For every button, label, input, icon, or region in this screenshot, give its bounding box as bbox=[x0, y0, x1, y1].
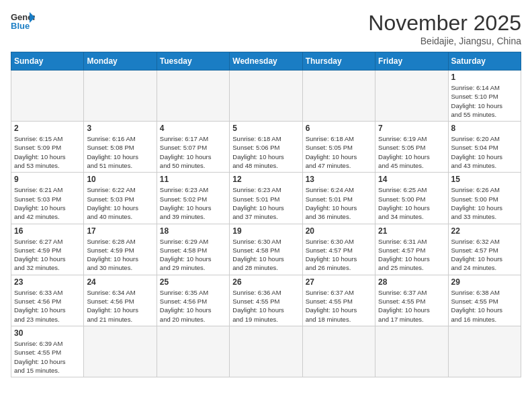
title-area: November 2025 Beidajie, Jiangsu, China bbox=[368, 11, 521, 46]
col-header-saturday: Saturday bbox=[448, 52, 521, 71]
day-number: 3 bbox=[87, 124, 153, 133]
calendar-cell bbox=[230, 71, 302, 122]
calendar-cell bbox=[157, 71, 229, 122]
day-number: 1 bbox=[451, 73, 518, 82]
calendar-cell: 1Sunrise: 6:14 AM Sunset: 5:10 PM Daylig… bbox=[448, 71, 521, 122]
calendar-header: General Blue November 2025 Beidajie, Jia… bbox=[11, 11, 521, 46]
day-number: 23 bbox=[14, 277, 81, 287]
col-header-sunday: Sunday bbox=[11, 52, 84, 71]
col-header-thursday: Thursday bbox=[302, 52, 375, 71]
calendar-cell: 17Sunrise: 6:28 AM Sunset: 4:59 PM Dayli… bbox=[84, 224, 157, 275]
calendar-cell: 5Sunrise: 6:18 AM Sunset: 5:06 PM Daylig… bbox=[230, 122, 302, 173]
day-info: Sunrise: 6:31 AM Sunset: 4:57 PM Dayligh… bbox=[378, 237, 445, 273]
calendar-cell: 20Sunrise: 6:30 AM Sunset: 4:57 PM Dayli… bbox=[302, 224, 375, 275]
day-info: Sunrise: 6:38 AM Sunset: 4:55 PM Dayligh… bbox=[451, 288, 518, 324]
calendar-cell: 6Sunrise: 6:18 AM Sunset: 5:05 PM Daylig… bbox=[302, 122, 375, 173]
day-info: Sunrise: 6:25 AM Sunset: 5:00 PM Dayligh… bbox=[378, 185, 445, 221]
calendar-cell: 12Sunrise: 6:23 AM Sunset: 5:01 PM Dayli… bbox=[230, 173, 302, 224]
calendar-cell: 9Sunrise: 6:21 AM Sunset: 5:03 PM Daylig… bbox=[11, 173, 84, 224]
calendar-cell: 16Sunrise: 6:27 AM Sunset: 4:59 PM Dayli… bbox=[11, 224, 84, 275]
day-number: 9 bbox=[14, 175, 81, 184]
logo-icon: General Blue bbox=[11, 11, 35, 31]
calendar-week-5: 23Sunrise: 6:33 AM Sunset: 4:56 PM Dayli… bbox=[11, 275, 521, 326]
calendar-cell: 7Sunrise: 6:19 AM Sunset: 5:05 PM Daylig… bbox=[375, 122, 448, 173]
day-number: 14 bbox=[378, 175, 445, 184]
col-header-friday: Friday bbox=[375, 52, 448, 71]
day-info: Sunrise: 6:21 AM Sunset: 5:03 PM Dayligh… bbox=[14, 185, 81, 221]
calendar-cell: 4Sunrise: 6:17 AM Sunset: 5:07 PM Daylig… bbox=[157, 122, 229, 173]
calendar-cell bbox=[84, 71, 157, 122]
day-info: Sunrise: 6:18 AM Sunset: 5:05 PM Dayligh… bbox=[306, 134, 372, 170]
calendar-cell bbox=[302, 71, 375, 122]
calendar-cell: 21Sunrise: 6:31 AM Sunset: 4:57 PM Dayli… bbox=[375, 224, 448, 275]
day-number: 12 bbox=[232, 175, 299, 184]
calendar-cell bbox=[302, 326, 375, 377]
calendar-cell: 3Sunrise: 6:16 AM Sunset: 5:08 PM Daylig… bbox=[84, 122, 157, 173]
day-number: 25 bbox=[160, 277, 226, 287]
calendar-cell bbox=[11, 71, 84, 122]
calendar-header-row: SundayMondayTuesdayWednesdayThursdayFrid… bbox=[11, 52, 521, 71]
day-info: Sunrise: 6:35 AM Sunset: 4:56 PM Dayligh… bbox=[160, 288, 226, 324]
day-number: 22 bbox=[451, 226, 518, 236]
day-number: 11 bbox=[160, 175, 226, 184]
day-number: 28 bbox=[378, 277, 445, 287]
calendar-cell: 15Sunrise: 6:26 AM Sunset: 5:00 PM Dayli… bbox=[448, 173, 521, 224]
day-info: Sunrise: 6:15 AM Sunset: 5:09 PM Dayligh… bbox=[14, 134, 81, 170]
calendar-cell: 30Sunrise: 6:39 AM Sunset: 4:55 PM Dayli… bbox=[11, 326, 84, 377]
calendar-cell: 11Sunrise: 6:23 AM Sunset: 5:02 PM Dayli… bbox=[157, 173, 229, 224]
col-header-monday: Monday bbox=[84, 52, 157, 71]
day-number: 21 bbox=[378, 226, 445, 236]
calendar-cell bbox=[230, 326, 302, 377]
day-number: 27 bbox=[306, 277, 372, 287]
svg-text:Blue: Blue bbox=[11, 21, 30, 31]
day-number: 4 bbox=[160, 124, 226, 133]
calendar-cell: 14Sunrise: 6:25 AM Sunset: 5:00 PM Dayli… bbox=[375, 173, 448, 224]
calendar-cell: 27Sunrise: 6:37 AM Sunset: 4:55 PM Dayli… bbox=[302, 275, 375, 326]
day-info: Sunrise: 6:36 AM Sunset: 4:55 PM Dayligh… bbox=[232, 288, 299, 324]
day-info: Sunrise: 6:30 AM Sunset: 4:58 PM Dayligh… bbox=[232, 237, 299, 273]
day-info: Sunrise: 6:19 AM Sunset: 5:05 PM Dayligh… bbox=[378, 134, 445, 170]
logo: General Blue bbox=[11, 11, 35, 31]
calendar-cell: 2Sunrise: 6:15 AM Sunset: 5:09 PM Daylig… bbox=[11, 122, 84, 173]
calendar-week-1: 1Sunrise: 6:14 AM Sunset: 5:10 PM Daylig… bbox=[11, 71, 521, 122]
day-info: Sunrise: 6:29 AM Sunset: 4:58 PM Dayligh… bbox=[160, 237, 226, 273]
day-info: Sunrise: 6:39 AM Sunset: 4:55 PM Dayligh… bbox=[14, 339, 81, 375]
calendar-cell bbox=[375, 71, 448, 122]
day-number: 13 bbox=[306, 175, 372, 184]
day-info: Sunrise: 6:30 AM Sunset: 4:57 PM Dayligh… bbox=[306, 237, 372, 273]
col-header-wednesday: Wednesday bbox=[230, 52, 302, 71]
day-number: 8 bbox=[451, 124, 518, 133]
day-info: Sunrise: 6:37 AM Sunset: 4:55 PM Dayligh… bbox=[306, 288, 372, 324]
day-number: 15 bbox=[451, 175, 518, 184]
day-number: 19 bbox=[232, 226, 299, 236]
day-number: 20 bbox=[306, 226, 372, 236]
calendar-week-4: 16Sunrise: 6:27 AM Sunset: 4:59 PM Dayli… bbox=[11, 224, 521, 275]
day-info: Sunrise: 6:27 AM Sunset: 4:59 PM Dayligh… bbox=[14, 237, 81, 273]
day-info: Sunrise: 6:20 AM Sunset: 5:04 PM Dayligh… bbox=[451, 134, 518, 170]
calendar-cell: 18Sunrise: 6:29 AM Sunset: 4:58 PM Dayli… bbox=[157, 224, 229, 275]
day-number: 24 bbox=[87, 277, 153, 287]
calendar-cell: 8Sunrise: 6:20 AM Sunset: 5:04 PM Daylig… bbox=[448, 122, 521, 173]
day-number: 18 bbox=[160, 226, 226, 236]
day-number: 6 bbox=[306, 124, 372, 133]
calendar-table: SundayMondayTuesdayWednesdayThursdayFrid… bbox=[11, 52, 521, 377]
calendar-cell: 26Sunrise: 6:36 AM Sunset: 4:55 PM Dayli… bbox=[230, 275, 302, 326]
calendar-cell: 22Sunrise: 6:32 AM Sunset: 4:57 PM Dayli… bbox=[448, 224, 521, 275]
day-info: Sunrise: 6:14 AM Sunset: 5:10 PM Dayligh… bbox=[451, 83, 518, 119]
calendar-cell: 10Sunrise: 6:22 AM Sunset: 5:03 PM Dayli… bbox=[84, 173, 157, 224]
calendar-cell: 29Sunrise: 6:38 AM Sunset: 4:55 PM Dayli… bbox=[448, 275, 521, 326]
day-number: 5 bbox=[232, 124, 299, 133]
day-info: Sunrise: 6:24 AM Sunset: 5:01 PM Dayligh… bbox=[306, 185, 372, 221]
calendar-week-3: 9Sunrise: 6:21 AM Sunset: 5:03 PM Daylig… bbox=[11, 173, 521, 224]
day-info: Sunrise: 6:33 AM Sunset: 4:56 PM Dayligh… bbox=[14, 288, 81, 324]
calendar-cell: 13Sunrise: 6:24 AM Sunset: 5:01 PM Dayli… bbox=[302, 173, 375, 224]
calendar-cell: 25Sunrise: 6:35 AM Sunset: 4:56 PM Dayli… bbox=[157, 275, 229, 326]
calendar-cell bbox=[375, 326, 448, 377]
day-number: 26 bbox=[232, 277, 299, 287]
calendar-cell bbox=[448, 326, 521, 377]
calendar-cell: 19Sunrise: 6:30 AM Sunset: 4:58 PM Dayli… bbox=[230, 224, 302, 275]
day-number: 10 bbox=[87, 175, 153, 184]
day-info: Sunrise: 6:22 AM Sunset: 5:03 PM Dayligh… bbox=[87, 185, 153, 221]
day-info: Sunrise: 6:34 AM Sunset: 4:56 PM Dayligh… bbox=[87, 288, 153, 324]
day-number: 29 bbox=[451, 277, 518, 287]
